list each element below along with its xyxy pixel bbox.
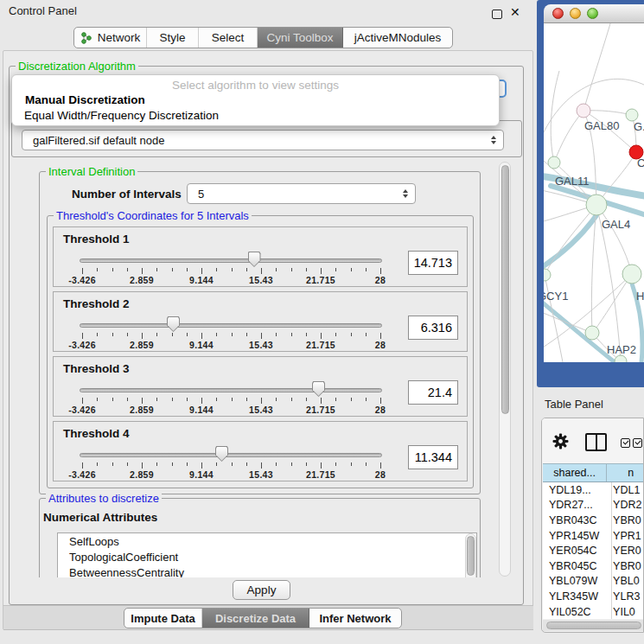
tab-infer-network[interactable]: Infer Network [309, 609, 401, 628]
column-layout-icon[interactable] [585, 433, 607, 451]
scale-label: -3.426 [68, 469, 96, 480]
cell-name: YIL0 [608, 606, 644, 618]
threshold-value-field[interactable]: 14.713 [408, 251, 458, 275]
dropdown-option-manual-discretization[interactable]: Manual Discretization [25, 93, 145, 106]
tick-mark [306, 268, 307, 271]
slider-thumb[interactable] [215, 446, 228, 462]
main-scrollbar[interactable] [499, 162, 511, 577]
slider-thumb[interactable] [167, 316, 180, 332]
table-hscrollbar[interactable] [543, 620, 644, 631]
mac-close-icon[interactable] [552, 8, 564, 19]
tick-mark [306, 398, 307, 401]
tick-mark [321, 462, 322, 469]
slider-track[interactable] [80, 453, 382, 457]
interval-definition-group: Interval Definition Number of Intervals … [39, 171, 481, 494]
slider-thumb[interactable] [248, 252, 261, 267]
table-row[interactable]: YBL079WYBL0 [543, 574, 644, 590]
threshold-label: Threshold 1 [63, 233, 130, 245]
column-header-shared-name[interactable]: shared... [543, 464, 607, 481]
tick-mark [172, 462, 173, 466]
table-hscrollbar-thumb[interactable] [546, 622, 641, 629]
column-divider [611, 482, 612, 619]
tick-mark [351, 462, 352, 466]
list-item-topologicalcoefficient[interactable]: TopologicalCoefficient [58, 549, 476, 564]
apply-button[interactable]: Apply [233, 580, 290, 600]
network-nodes: GAL80G.CGAL11GAL4GCY1HHAP2 [544, 104, 644, 362]
tick-mark [276, 268, 277, 271]
tab-label: Network [98, 31, 141, 44]
table-data-combo[interactable]: galFiltered.sif default node [22, 130, 504, 150]
table-row[interactable]: YBR043CYBR0 [543, 513, 644, 528]
network-node-gal11[interactable] [548, 156, 560, 169]
tick-mark [172, 268, 173, 271]
tab-cyni-toolbox[interactable]: Cyni Toolbox [258, 28, 343, 48]
tick-mark [82, 333, 83, 339]
attribute-list-scrollbar[interactable] [465, 533, 476, 577]
network-node-g[interactable] [626, 109, 638, 121]
network-node[interactable] [615, 355, 627, 362]
threshold-value-field[interactable]: 21.4 [408, 380, 458, 405]
close-icon[interactable]: ✕ [510, 5, 520, 19]
number-of-intervals-combo[interactable]: 5 [187, 183, 416, 204]
network-node-h[interactable] [622, 265, 641, 284]
mac-zoom-icon[interactable] [587, 8, 598, 19]
slider-track[interactable] [80, 258, 382, 263]
scale-label: 2.859 [130, 340, 154, 350]
node-label: G. [634, 120, 644, 133]
tick-mark [112, 398, 113, 401]
network-node-hap2[interactable] [585, 326, 599, 340]
cell-name: YBR0 [608, 514, 644, 526]
network-node-gal80[interactable] [577, 104, 590, 118]
table-row[interactable]: YLR345WYLR3 [543, 589, 644, 604]
slider-track[interactable] [80, 323, 382, 328]
tick-mark [172, 398, 173, 401]
list-item-selfloops[interactable]: SelfLoops [58, 533, 476, 549]
node-label: GAL4 [602, 218, 630, 231]
tick-mark [112, 268, 113, 271]
tab-discretize-data[interactable]: Discretize Data [202, 609, 309, 628]
tab-select[interactable]: Select [199, 28, 258, 48]
checkbox-icon[interactable] [633, 438, 642, 448]
float-window-icon[interactable] [492, 10, 502, 19]
node-label: GCY1 [544, 290, 568, 303]
tab-impute-data[interactable]: Impute Data [124, 609, 202, 628]
tick-mark [291, 268, 292, 271]
threshold-value-field[interactable]: 6.316 [408, 316, 458, 340]
scale-label: 21.715 [306, 405, 335, 415]
column-header-name[interactable]: n [607, 464, 644, 481]
node-label: HAP2 [607, 343, 636, 356]
slider-thumb[interactable] [312, 381, 325, 397]
tab-style[interactable]: Style [147, 28, 199, 48]
network-node-gcy1[interactable] [544, 269, 551, 281]
gear-icon[interactable] [552, 433, 569, 453]
table-row[interactable]: YBR045CYBR0 [543, 558, 644, 574]
tick-mark [97, 333, 98, 336]
table-row[interactable]: YDR27...YDR2 [543, 498, 644, 513]
network-node-gal4[interactable] [586, 194, 607, 215]
table-row[interactable]: YPR145WYPR1 [543, 528, 644, 544]
main-scrollbar-thumb[interactable] [501, 165, 509, 414]
table-row[interactable]: YIL052CYIL0 [543, 604, 644, 619]
threshold-value-field[interactable]: 11.344 [408, 445, 458, 469]
table-row[interactable]: YER054CYER0 [543, 543, 644, 558]
slider-track[interactable] [80, 388, 382, 392]
table-row[interactable]: YDL19...YDL1 [543, 482, 644, 498]
dropdown-option-equal-width-frequency[interactable]: Equal Width/Frequency Discretization [24, 109, 219, 122]
thresholds-group-title: Threshold's Coordinates for 5 Intervals [54, 209, 252, 222]
tick-mark [380, 462, 381, 469]
tab-jactivemnodules[interactable]: jActiveMNodules [343, 28, 452, 48]
cell-shared-name: YBL079W [543, 575, 608, 587]
cell-shared-name: YBR043C [543, 514, 608, 526]
checkbox-icon[interactable] [621, 438, 630, 448]
list-item-betweennesscentrality[interactable]: BetweennessCentrality [58, 564, 476, 577]
tick-mark [127, 268, 128, 271]
tick-mark [142, 268, 143, 274]
network-canvas[interactable]: GAL80G.CGAL11GAL4GCY1HHAP2 [544, 23, 644, 362]
tab-network[interactable]: Network [74, 28, 147, 48]
tick-mark [291, 398, 292, 401]
scale-label: 21.715 [306, 275, 335, 285]
window-title: Control Panel [9, 4, 77, 17]
tick-mark [201, 398, 202, 404]
mac-minimize-icon[interactable] [570, 8, 581, 19]
tick-mark [351, 268, 352, 271]
